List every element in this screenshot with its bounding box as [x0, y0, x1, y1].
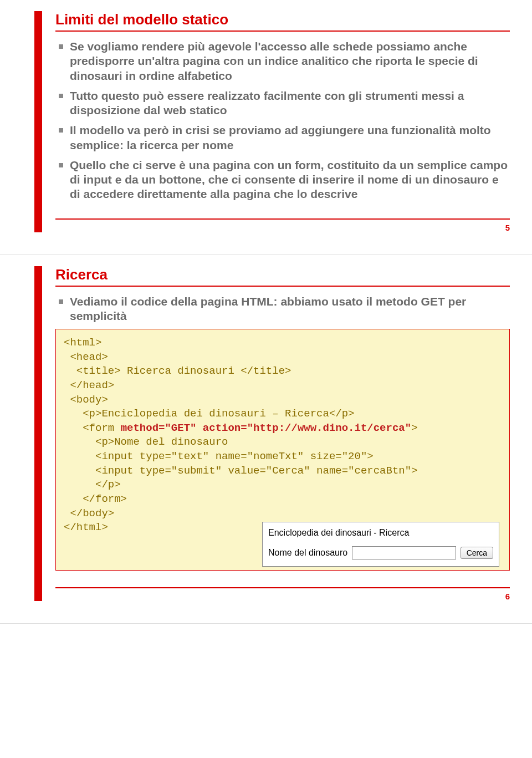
- bullet-item: Quello che ci serve è una pagina con un …: [55, 158, 510, 202]
- code-line: </head>: [64, 379, 114, 391]
- slide-title: Ricerca: [55, 266, 510, 287]
- bullet-list: Se vogliamo rendere più agevole l'access…: [55, 39, 510, 202]
- slide-1: Limiti del modello statico Se vogliamo r…: [0, 0, 532, 255]
- accent-bar: [34, 266, 42, 602]
- code-line: <title> Ricerca dinosauri </title>: [64, 365, 291, 377]
- code-line: </html>: [64, 521, 108, 533]
- page-number: 6: [55, 587, 510, 601]
- bullet-list: Vediamo il codice della pagina HTML: abb…: [55, 294, 510, 324]
- dino-name-input[interactable]: [352, 546, 456, 559]
- bullet-item: Vediamo il codice della pagina HTML: abb…: [55, 294, 510, 324]
- preview-label: Nome del dinosauro: [268, 547, 347, 559]
- page-number: 5: [55, 218, 510, 232]
- slide-2: Ricerca Vediamo il codice della pagina H…: [0, 255, 532, 624]
- bullet-item: Tutto questo può essere realizzato facil…: [55, 89, 510, 118]
- code-line: >: [411, 422, 417, 434]
- code-box: <html> <head> <title> Ricerca dinosauri …: [55, 329, 510, 571]
- bullet-item: Il modello va però in crisi se proviamo …: [55, 123, 510, 152]
- code-line: <body>: [64, 394, 108, 406]
- code-line: </form>: [64, 493, 127, 505]
- code-line: <input type="text" name="nomeTxt" size="…: [64, 450, 374, 462]
- code-line: <html>: [64, 337, 101, 349]
- search-button[interactable]: Cerca: [461, 547, 493, 559]
- code-emph: method="GET" action="http://www.dino.it/…: [121, 422, 412, 434]
- form-preview: Enciclopedia dei dinosauri - Ricerca Nom…: [262, 522, 499, 567]
- code-line: <p>Nome del dinosauro: [64, 436, 228, 448]
- code-line: <form: [64, 422, 121, 434]
- code-line: <p>Enciclopedia dei dinosauri – Ricerca<…: [64, 408, 355, 420]
- code-line: </body>: [64, 507, 114, 520]
- accent-bar: [34, 11, 42, 232]
- code-line: <head>: [64, 351, 108, 363]
- bullet-item: Se vogliamo rendere più agevole l'access…: [55, 39, 510, 83]
- preview-heading: Enciclopedia dei dinosauri - Ricerca: [268, 527, 493, 539]
- slide-title: Limiti del modello statico: [55, 11, 510, 32]
- code-line: <input type="submit" value="Cerca" name=…: [64, 465, 418, 477]
- code-line: </p>: [64, 479, 121, 491]
